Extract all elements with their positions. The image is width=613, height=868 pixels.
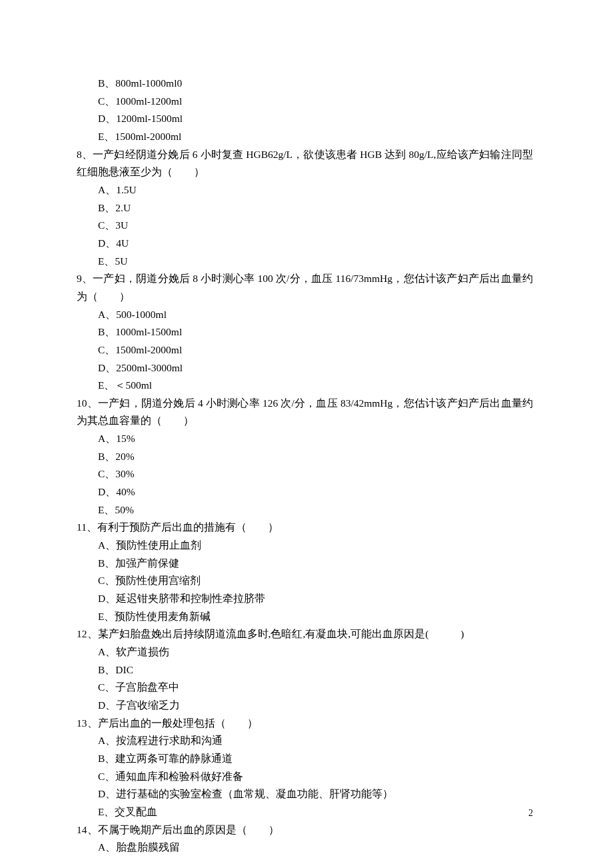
- option-d: D、40%: [77, 483, 533, 501]
- question-10-stem: 10、一产妇，阴道分娩后 4 小时测心率 126 次/分，血压 83/42mmH…: [77, 395, 533, 430]
- option-a: A、1.5U: [77, 181, 533, 199]
- question-13-stem: 13、产后出血的一般处理包括（ ）: [77, 715, 533, 733]
- option-e: E、5U: [77, 253, 533, 271]
- option-b: B、800ml-1000ml0: [77, 75, 533, 93]
- option-b: B、加强产前保健: [77, 555, 533, 573]
- option-d: D、4U: [77, 235, 533, 253]
- option-d: D、进行基础的实验室检查（血常规、凝血功能、肝肾功能等）: [77, 785, 533, 803]
- option-c: C、30%: [77, 465, 533, 483]
- question-8-stem: 8、一产妇经阴道分娩后 6 小时复查 HGB62g/L，欲使该患者 HGB 达到…: [77, 146, 533, 181]
- option-a: A、胎盘胎膜残留: [77, 839, 533, 857]
- option-c: C、子宫胎盘卒中: [77, 679, 533, 697]
- option-e: E、50%: [77, 501, 533, 519]
- option-c: C、预防性使用宫缩剂: [77, 572, 533, 590]
- option-e: E、预防性使用麦角新碱: [77, 608, 533, 626]
- option-e: E、＜500ml: [77, 377, 533, 395]
- page-content: B、800ml-1000ml0 C、1000ml-1200ml D、1200ml…: [0, 0, 613, 857]
- option-d: D、子宫收缩乏力: [77, 697, 533, 715]
- option-d: D、延迟钳夹脐带和控制性牵拉脐带: [77, 590, 533, 608]
- option-b: B、建立两条可靠的静脉通道: [77, 750, 533, 768]
- question-14-stem: 14、不属于晚期产后出血的原因是（ ）: [77, 821, 533, 839]
- question-9-stem: 9、一产妇，阴道分娩后 8 小时测心率 100 次/分，血压 116/73mmH…: [77, 270, 533, 305]
- option-e: E、交叉配血: [77, 803, 533, 821]
- option-a: A、预防性使用止血剂: [77, 537, 533, 555]
- question-11-stem: 11、有利于预防产后出血的措施有（ ）: [77, 519, 533, 537]
- question-12-stem: 12、某产妇胎盘娩出后持续阴道流血多时,色暗红,有凝血块,可能出血原因是( ): [77, 625, 533, 643]
- option-c: C、1000ml-1200ml: [77, 93, 533, 111]
- option-b: B、20%: [77, 448, 533, 466]
- option-d: D、1200ml-1500ml: [77, 110, 533, 128]
- option-a: A、软产道损伤: [77, 643, 533, 661]
- option-b: B、2.U: [77, 199, 533, 217]
- option-a: A、按流程进行求助和沟通: [77, 732, 533, 750]
- option-d: D、2500ml-3000ml: [77, 359, 533, 377]
- option-c: C、通知血库和检验科做好准备: [77, 768, 533, 786]
- option-b: B、1000ml-1500ml: [77, 323, 533, 341]
- option-c: C、3U: [77, 217, 533, 235]
- option-a: A、500-1000ml: [77, 306, 533, 324]
- option-a: A、15%: [77, 430, 533, 448]
- option-e: E、1500ml-2000ml: [77, 128, 533, 146]
- option-c: C、1500ml-2000ml: [77, 341, 533, 359]
- page-number: 2: [528, 805, 533, 821]
- option-b: B、DIC: [77, 661, 533, 679]
